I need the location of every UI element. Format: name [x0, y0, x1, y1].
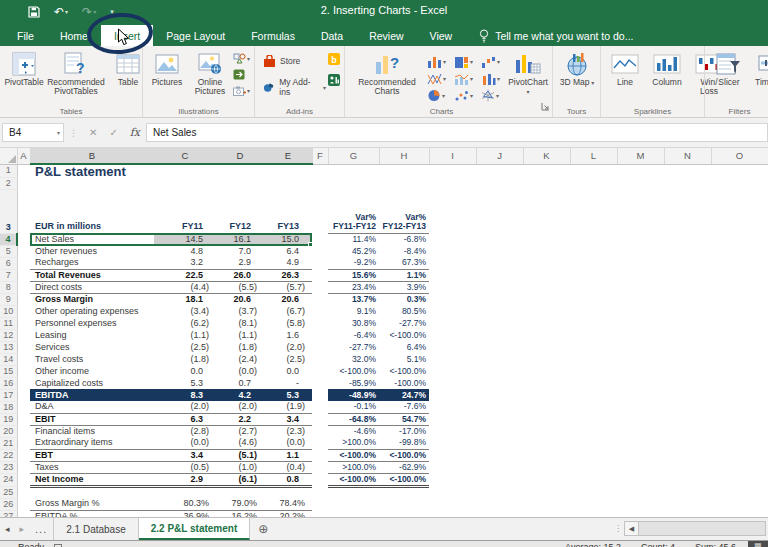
cell[interactable] [523, 510, 570, 517]
cell[interactable] [476, 329, 523, 341]
cell[interactable] [523, 353, 570, 365]
cell[interactable] [711, 413, 768, 425]
cell-G16[interactable]: -85.9% [328, 377, 379, 389]
cell[interactable] [617, 245, 664, 257]
cell[interactable] [570, 401, 617, 413]
cell-B13[interactable]: Services [30, 341, 154, 353]
cell-H16[interactable]: -100.0% [379, 377, 429, 389]
cell[interactable] [17, 437, 30, 449]
cell[interactable] [312, 389, 328, 401]
cell[interactable] [664, 233, 711, 245]
cell-G5[interactable]: 45.2% [328, 245, 379, 257]
cell[interactable] [617, 377, 664, 389]
cell-B23[interactable]: Taxes [30, 461, 154, 473]
row-header-7[interactable]: 7 [0, 269, 17, 281]
cell-G13[interactable]: -27.7% [328, 341, 379, 353]
cell[interactable] [617, 498, 664, 510]
cell-G10[interactable]: 9.1% [328, 305, 379, 317]
cell-D7[interactable]: 26.0 [216, 269, 264, 281]
cell-C13[interactable]: (2.5) [154, 341, 216, 353]
cell-C6[interactable]: 3.2 [154, 257, 216, 269]
store-button[interactable]: Store [263, 52, 326, 70]
cell[interactable] [476, 365, 523, 377]
cell[interactable] [523, 413, 570, 425]
cell-C7[interactable]: 22.5 [154, 269, 216, 281]
cell[interactable] [711, 164, 768, 177]
cell-D15[interactable]: (0.0) [216, 365, 264, 377]
cell[interactable] [664, 317, 711, 329]
cell[interactable] [429, 401, 476, 413]
cell[interactable] [17, 177, 30, 189]
column-header-L[interactable]: L [570, 148, 617, 164]
cell[interactable] [17, 425, 30, 437]
cell[interactable] [711, 437, 768, 449]
cell[interactable] [476, 189, 523, 233]
cell[interactable] [617, 233, 664, 245]
cell[interactable] [523, 437, 570, 449]
cell[interactable] [711, 486, 768, 498]
cell-H2[interactable] [379, 177, 429, 189]
cell-D1[interactable] [216, 164, 264, 177]
slicer-button[interactable]: Slicer [709, 49, 749, 88]
cell[interactable] [476, 281, 523, 293]
enter-icon[interactable]: ✓ [109, 127, 117, 138]
cell-E7[interactable]: 26.3 [264, 269, 312, 281]
cell[interactable] [523, 233, 570, 245]
row-header-8[interactable]: 8 [0, 281, 17, 293]
cell[interactable] [476, 269, 523, 281]
cell[interactable] [312, 377, 328, 389]
cell[interactable] [312, 461, 328, 473]
cell-C26[interactable]: 80.3% [154, 498, 216, 510]
timeline-button[interactable]: Timeline [751, 49, 768, 88]
cell-B9[interactable]: Gross Margin [30, 293, 154, 305]
cell-E10[interactable]: (6.7) [264, 305, 312, 317]
cell-B27[interactable]: EBITDA % [30, 510, 154, 517]
cell-H26[interactable] [379, 498, 429, 510]
cell[interactable] [711, 449, 768, 461]
cell[interactable] [429, 389, 476, 401]
insert-function-icon[interactable]: fx [130, 126, 140, 139]
cell[interactable] [476, 437, 523, 449]
cell[interactable] [664, 449, 711, 461]
cell-C16[interactable]: 5.3 [154, 377, 216, 389]
cell-B20[interactable]: Financial items [30, 425, 154, 437]
cell[interactable] [664, 164, 711, 177]
pivottable-button[interactable]: PivotTable [4, 49, 44, 88]
cell[interactable] [711, 317, 768, 329]
more-sheets-indicator[interactable]: ... [29, 518, 54, 540]
charts-dialog-launcher-icon[interactable] [541, 97, 550, 115]
sheet-nav-right-icon[interactable]: ▸ [15, 518, 30, 540]
row-header-10[interactable]: 10 [0, 305, 17, 317]
cell-H7[interactable]: 1.1% [379, 269, 429, 281]
cell[interactable] [617, 486, 664, 498]
cell[interactable] [429, 413, 476, 425]
cell[interactable] [711, 281, 768, 293]
cell[interactable] [17, 317, 30, 329]
cell-D6[interactable]: 2.9 [216, 257, 264, 269]
name-box[interactable]: B4▾ [2, 123, 64, 142]
cell[interactable] [476, 341, 523, 353]
row-header-1[interactable]: 1 [0, 164, 17, 177]
cell-H1[interactable] [379, 164, 429, 177]
cell-H9[interactable]: 0.3% [379, 293, 429, 305]
cell[interactable] [570, 510, 617, 517]
cell[interactable] [711, 461, 768, 473]
cell[interactable] [429, 486, 476, 498]
cell[interactable] [429, 281, 476, 293]
cell[interactable] [617, 305, 664, 317]
cell[interactable] [17, 353, 30, 365]
cell[interactable] [312, 281, 328, 293]
cell-D4[interactable]: 16.1 [216, 233, 264, 245]
cell-D13[interactable]: (1.8) [216, 341, 264, 353]
recommended-pivottables-button[interactable]: ? Recommended PivotTables [46, 49, 106, 97]
insert-pie-chart-button[interactable]: ▾ [427, 88, 452, 103]
cell[interactable] [711, 269, 768, 281]
cell[interactable] [476, 425, 523, 437]
cell-C5[interactable]: 4.8 [154, 245, 216, 257]
cell-H24[interactable]: <-100.0% [379, 473, 429, 486]
cell-E4[interactable]: 15.0 [264, 233, 312, 245]
cell[interactable] [17, 389, 30, 401]
cell-D23[interactable]: (1.0) [216, 461, 264, 473]
row-header-17[interactable]: 17 [0, 389, 17, 401]
cell[interactable] [523, 164, 570, 177]
